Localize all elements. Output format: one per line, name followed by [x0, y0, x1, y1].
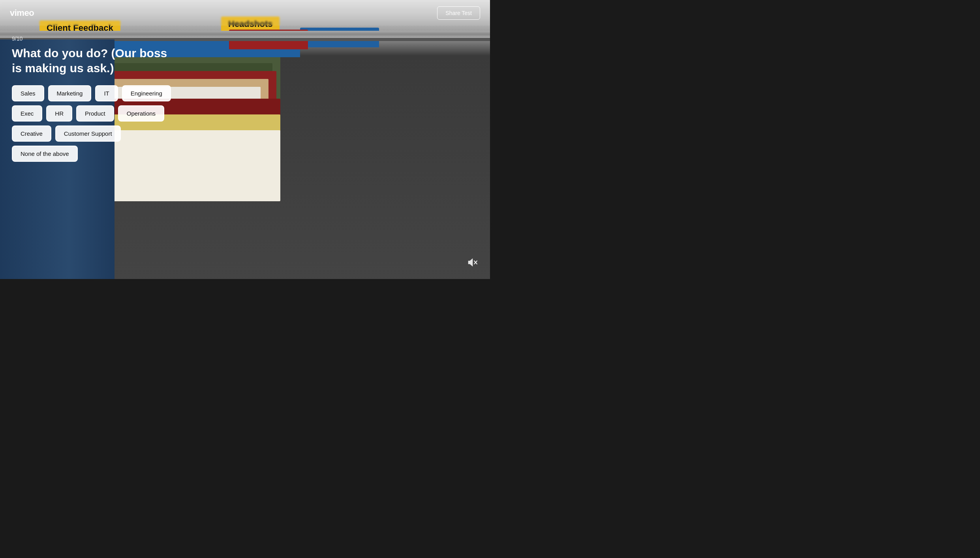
- vimeo-logo: vimeo: [10, 8, 34, 18]
- option-marketing[interactable]: Marketing: [48, 85, 92, 101]
- options-grid: Sales Marketing IT Engineering Exec HR P…: [12, 85, 205, 162]
- option-hr[interactable]: HR: [46, 105, 72, 122]
- option-it[interactable]: IT: [95, 85, 118, 101]
- share-test-button[interactable]: Share Test: [437, 6, 480, 20]
- option-exec[interactable]: Exec: [12, 105, 42, 122]
- option-operations[interactable]: Operations: [118, 105, 164, 122]
- top-header: vimeo Share Test: [0, 0, 490, 26]
- question-progress: 9/10: [12, 36, 205, 42]
- volume-icon[interactable]: [468, 258, 478, 269]
- option-none[interactable]: None of the above: [12, 146, 78, 162]
- options-row-2: Exec HR Product Operations: [12, 105, 205, 122]
- option-creative[interactable]: Creative: [12, 125, 51, 142]
- options-row-3: Creative Customer Support: [12, 125, 205, 142]
- option-sales[interactable]: Sales: [12, 85, 44, 101]
- options-row-1: Sales Marketing IT Engineering: [12, 85, 205, 101]
- option-product[interactable]: Product: [76, 105, 114, 122]
- option-customer-support[interactable]: Customer Support: [55, 125, 121, 142]
- options-row-4: None of the above: [12, 146, 205, 162]
- question-title: What do you do? (Our boss is making us a…: [12, 46, 178, 75]
- option-engineering[interactable]: Engineering: [122, 85, 171, 101]
- question-area: 9/10 What do you do? (Our boss is making…: [0, 26, 217, 279]
